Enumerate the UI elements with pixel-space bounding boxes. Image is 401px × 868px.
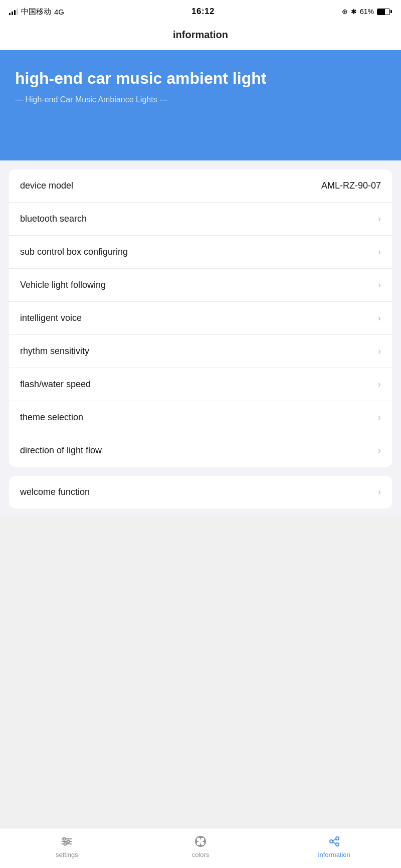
status-bar: 中国移动 4G 16:12 ⊕ ✱ 61% — [0, 0, 401, 22]
settings-right-flash-water-speed: › — [378, 379, 381, 390]
information-tab-label: information — [318, 851, 350, 858]
settings-right-welcome-function: › — [378, 487, 381, 497]
settings-item-theme-selection[interactable]: theme selection› — [9, 401, 392, 434]
svg-point-5 — [64, 842, 67, 845]
location-icon: ⊕ — [342, 8, 348, 16]
settings-item-flash-water-speed[interactable]: flash/water speed› — [9, 368, 392, 401]
settings-right-theme-selection: › — [378, 412, 381, 423]
svg-point-3 — [63, 837, 66, 840]
settings-item-welcome-function[interactable]: welcome function› — [9, 476, 392, 508]
chevron-icon-flash-water-speed: › — [378, 379, 381, 390]
settings-section: device modelAML-RZ-90-07bluetooth search… — [0, 160, 401, 476]
status-left: 中国移动 4G — [9, 7, 64, 17]
hero-subtitle: --- High-end Car Music Ambiance Lights -… — [15, 95, 386, 104]
settings-item-sub-control-box[interactable]: sub control box configuring› — [9, 236, 392, 269]
network-label: 4G — [54, 8, 64, 16]
carrier-label: 中国移动 — [21, 7, 51, 17]
settings-item-vehicle-light[interactable]: Vehicle light following› — [9, 269, 392, 302]
svg-point-14 — [336, 843, 339, 846]
colors-tab-icon — [193, 834, 208, 848]
settings-item-direction-light-flow[interactable]: direction of light flow› — [9, 434, 392, 467]
tab-colors[interactable]: colors — [134, 834, 268, 858]
settings-label-bluetooth-search: bluetooth search — [20, 214, 87, 224]
settings-item-device-model: device modelAML-RZ-90-07 — [9, 169, 392, 203]
chevron-icon-bluetooth-search: › — [378, 214, 381, 224]
settings-right-device-model: AML-RZ-90-07 — [321, 181, 381, 191]
chevron-icon-sub-control-box: › — [378, 247, 381, 257]
svg-line-15 — [333, 839, 336, 841]
settings-label-theme-selection: theme selection — [20, 412, 83, 423]
tab-settings[interactable]: settings — [0, 834, 134, 858]
settings-label-direction-light-flow: direction of light flow — [20, 445, 102, 456]
page-title: information — [173, 29, 228, 40]
svg-point-11 — [199, 839, 203, 843]
settings-right-direction-light-flow: › — [378, 445, 381, 456]
settings-tab-icon — [60, 834, 74, 848]
settings-card: device modelAML-RZ-90-07bluetooth search… — [9, 169, 392, 467]
svg-point-13 — [336, 837, 339, 840]
settings-label-sub-control-box: sub control box configuring — [20, 247, 128, 257]
page-title-bar: information — [0, 22, 401, 50]
settings-label-device-model: device model — [20, 181, 73, 191]
settings-right-rhythm-sensitivity: › — [378, 346, 381, 357]
settings-tab-label: settings — [56, 851, 78, 858]
settings-label-flash-water-speed: flash/water speed — [20, 379, 91, 390]
information-tab-icon — [327, 834, 341, 848]
colors-tab-label: colors — [192, 851, 210, 858]
settings-label-vehicle-light: Vehicle light following — [20, 280, 106, 290]
hero-title: high-end car music ambient light — [15, 68, 386, 88]
status-right: ⊕ ✱ 61% — [342, 8, 392, 16]
chevron-icon-intelligent-voice: › — [378, 313, 381, 323]
hero-banner: high-end car music ambient light --- Hig… — [0, 50, 401, 160]
settings-item-rhythm-sensitivity[interactable]: rhythm sensitivity› — [9, 335, 392, 368]
settings-right-vehicle-light: › — [378, 280, 381, 290]
settings-right-intelligent-voice: › — [378, 313, 381, 323]
chevron-icon-vehicle-light: › — [378, 280, 381, 290]
chevron-icon-rhythm-sensitivity: › — [378, 346, 381, 357]
settings-label-welcome-function: welcome function — [20, 487, 90, 497]
svg-point-4 — [67, 840, 70, 842]
time-label: 16:12 — [191, 7, 215, 17]
tab-information[interactable]: information — [267, 834, 401, 858]
bluetooth-icon: ✱ — [351, 8, 357, 16]
settings-right-bluetooth-search: › — [378, 214, 381, 224]
settings-item-bluetooth-search[interactable]: bluetooth search› — [9, 203, 392, 236]
battery-icon — [377, 9, 392, 15]
settings-section-2: welcome function› — [0, 476, 401, 515]
settings-label-rhythm-sensitivity: rhythm sensitivity — [20, 346, 89, 357]
signal-icon — [9, 8, 18, 15]
battery-percent: 61% — [360, 8, 374, 16]
tab-bar: settings colors informati — [0, 828, 401, 868]
svg-line-16 — [333, 842, 336, 844]
chevron-icon-theme-selection: › — [378, 412, 381, 423]
svg-point-12 — [330, 840, 333, 843]
settings-value-device-model: AML-RZ-90-07 — [321, 181, 381, 191]
settings-right-sub-control-box: › — [378, 247, 381, 257]
chevron-icon-direction-light-flow: › — [378, 445, 381, 456]
settings-label-intelligent-voice: intelligent voice — [20, 313, 82, 323]
settings-item-intelligent-voice[interactable]: intelligent voice› — [9, 302, 392, 335]
settings-card-2: welcome function› — [9, 476, 392, 508]
chevron-icon-welcome-function: › — [378, 487, 381, 497]
